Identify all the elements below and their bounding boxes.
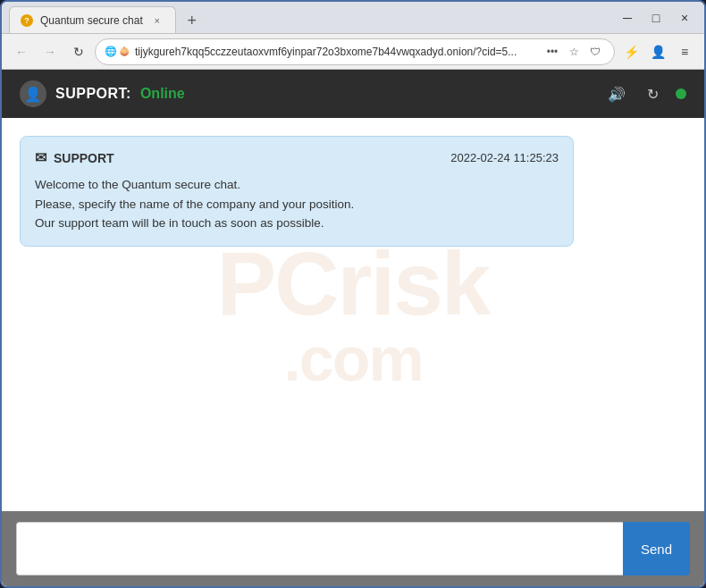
avatar-icon: 👤 bbox=[24, 86, 42, 103]
close-button[interactable]: × bbox=[672, 5, 697, 30]
tab-title: Quantum secure chat bbox=[40, 14, 143, 27]
address-bar[interactable]: 🌐 🧅 tijykgureh7kqq5cczzeutaoxvmf6yinpar7… bbox=[95, 38, 615, 65]
send-button[interactable]: Send bbox=[623, 522, 690, 575]
message-timestamp: 2022-02-24 11:25:23 bbox=[450, 151, 559, 164]
page-content: 👤 SUPPORT: Online 🔊 ↻ PCrisk .com bbox=[2, 70, 704, 586]
message-input[interactable] bbox=[16, 522, 623, 575]
message-line-1: Welcome to the Quantum secure chat. bbox=[35, 175, 559, 195]
watermark-line1: PCrisk bbox=[217, 239, 490, 328]
bookmark-button[interactable]: ☆ bbox=[564, 42, 584, 62]
new-tab-button[interactable]: + bbox=[180, 8, 205, 33]
window-controls: ─ □ × bbox=[615, 5, 697, 30]
extensions-button[interactable]: ⚡ bbox=[618, 39, 643, 64]
toolbar-right: ⚡ 👤 ≡ bbox=[618, 39, 697, 64]
status-online-label: Online bbox=[140, 86, 185, 102]
avatar: 👤 bbox=[20, 80, 46, 107]
message-sender: ✉ SUPPORT bbox=[35, 149, 114, 166]
sender-name: SUPPORT bbox=[54, 151, 114, 165]
url-text: tijykgureh7kqq5cczzeutaoxvmf6yinpar72o3b… bbox=[135, 46, 537, 58]
refresh-button[interactable]: ↻ bbox=[66, 39, 91, 64]
chat-bottom: Send bbox=[2, 511, 704, 586]
chat-header-title: SUPPORT: bbox=[55, 86, 131, 102]
chat-header-right: 🔊 ↻ bbox=[604, 81, 686, 106]
browser-window: ? Quantum secure chat × + ─ □ × ← → ↻ 🌐 … bbox=[0, 0, 706, 588]
message-line-2: Please, specify the name of the company … bbox=[35, 195, 559, 214]
back-button[interactable]: ← bbox=[9, 39, 34, 64]
nav-bar: ← → ↻ 🌐 🧅 tijykgureh7kqq5cczzeutaoxvmf6y… bbox=[2, 34, 704, 70]
forward-button[interactable]: → bbox=[38, 39, 63, 64]
title-bar: ? Quantum secure chat × + ─ □ × bbox=[2, 2, 704, 34]
security-icon: 🌐 🧅 bbox=[105, 46, 130, 57]
message-line-3: Our support team will be in touch as soo… bbox=[35, 214, 559, 233]
menu-button[interactable]: ≡ bbox=[672, 39, 697, 64]
maximize-button[interactable]: □ bbox=[643, 5, 668, 30]
more-button[interactable]: ••• bbox=[542, 42, 562, 62]
online-indicator bbox=[676, 88, 686, 99]
watermark-line2: .com bbox=[217, 328, 490, 391]
refresh-chat-button[interactable]: ↻ bbox=[640, 81, 665, 106]
message-header: ✉ SUPPORT 2022-02-24 11:25:23 bbox=[35, 149, 559, 166]
tab-close-button[interactable]: × bbox=[150, 13, 164, 28]
tor-label: 🧅 bbox=[119, 46, 130, 56]
tab-area: ? Quantum secure chat × + bbox=[9, 2, 615, 33]
watermark: PCrisk .com bbox=[217, 239, 490, 391]
active-tab[interactable]: ? Quantum secure chat × bbox=[9, 6, 176, 33]
chat-area: PCrisk .com ✉ SUPPORT 2022-02-24 11:25:2… bbox=[2, 118, 704, 511]
address-actions: ••• ☆ 🛡 bbox=[542, 42, 605, 62]
tab-favicon: ? bbox=[21, 14, 33, 27]
profile-button[interactable]: 👤 bbox=[645, 39, 670, 64]
message-bubble: ✉ SUPPORT 2022-02-24 11:25:23 Welcome to… bbox=[20, 136, 574, 247]
shield-button[interactable]: 🛡 bbox=[585, 42, 605, 62]
minimize-button[interactable]: ─ bbox=[615, 5, 640, 30]
message-body: Welcome to the Quantum secure chat. Plea… bbox=[35, 175, 559, 233]
chat-header: 👤 SUPPORT: Online 🔊 ↻ bbox=[2, 70, 704, 118]
sender-icon: ✉ bbox=[35, 149, 46, 166]
chat-header-left: 👤 SUPPORT: Online bbox=[20, 80, 185, 107]
volume-button[interactable]: 🔊 bbox=[604, 81, 629, 106]
onion-icon: 🌐 bbox=[105, 46, 117, 57]
